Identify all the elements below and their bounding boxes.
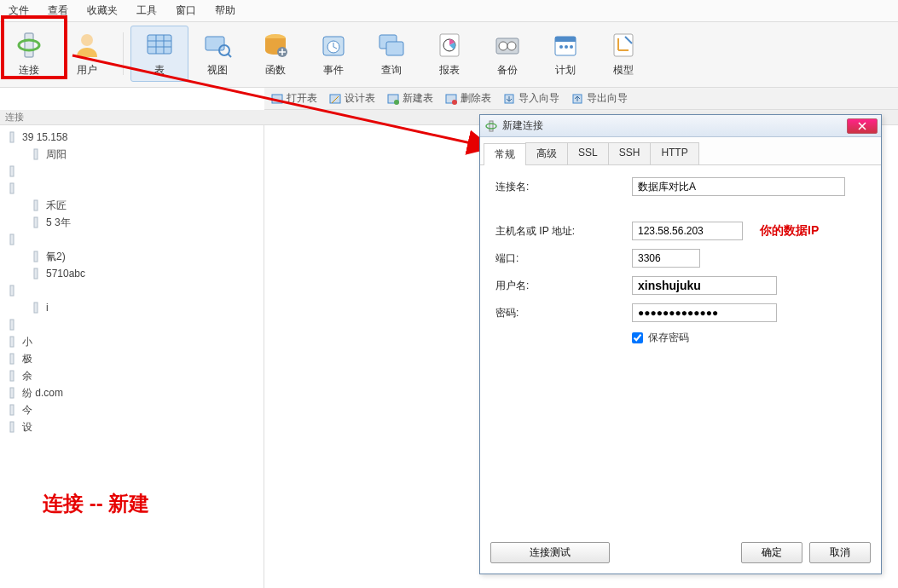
toolbar-query-label: 查询: [381, 63, 402, 78]
menu-view[interactable]: 查看: [48, 3, 68, 18]
menu-window[interactable]: 窗口: [176, 3, 196, 18]
dialog-close-button[interactable]: [847, 118, 878, 134]
tree-item-label: 今: [22, 403, 32, 418]
toolbar-table-label: 表: [154, 63, 165, 78]
menu-tools[interactable]: 工具: [136, 3, 157, 18]
toolbar-connect-label: 连接: [19, 63, 39, 78]
svg-rect-42: [34, 200, 38, 210]
input-port[interactable]: [632, 249, 700, 268]
toolbar-separator: [123, 32, 124, 75]
action-export[interactable]: 导出向导: [571, 91, 628, 106]
tree-item[interactable]: [0, 316, 264, 333]
tree-item[interactable]: 小: [0, 333, 264, 350]
svg-rect-50: [10, 337, 14, 347]
toolbar-table-button[interactable]: 表: [130, 26, 188, 82]
toolbar-event-label: 事件: [323, 63, 344, 78]
label-connection-name: 连接名:: [495, 180, 632, 194]
action-bar: 打开表 设计表 新建表 删除表 导入向导 导出向导: [264, 88, 898, 110]
tree-item[interactable]: 余: [0, 367, 264, 384]
toolbar-user-button[interactable]: 用户: [58, 26, 116, 82]
tree-item[interactable]: 5 3年: [0, 214, 264, 231]
toolbar-backup-button[interactable]: 备份: [478, 26, 536, 82]
menu-help[interactable]: 帮助: [215, 3, 235, 18]
svg-rect-49: [10, 320, 14, 330]
svg-point-23: [507, 42, 516, 50]
toolbar-user-label: 用户: [77, 63, 97, 78]
tree-item-label: 小: [22, 335, 32, 349]
label-host: 主机名或 IP 地址:: [495, 224, 632, 239]
dialog-titlebar[interactable]: 新建连接: [480, 115, 881, 137]
button-ok[interactable]: 确定: [741, 542, 802, 563]
dialog-form: 连接名: 主机名或 IP 地址: 你的数据IP 端口: 用户名: 密码: 保存密…: [480, 165, 881, 535]
checkbox-save-password[interactable]: [632, 332, 643, 343]
tab-http[interactable]: HTTP: [650, 142, 698, 164]
tree-item[interactable]: 极: [0, 350, 264, 367]
svg-point-26: [559, 45, 563, 49]
svg-rect-41: [10, 183, 14, 193]
svg-line-10: [228, 54, 231, 57]
svg-rect-52: [10, 371, 14, 381]
tree-item[interactable]: 设: [0, 418, 264, 435]
backup-icon: [492, 30, 523, 61]
action-design-table[interactable]: 设计表: [329, 91, 375, 106]
tree-item[interactable]: 今: [0, 401, 264, 418]
tree-item-label: 5 3年: [46, 216, 71, 230]
input-user[interactable]: [632, 276, 777, 295]
tree-item-label: 氰2): [46, 250, 66, 264]
tree-item[interactable]: 纷 d.com: [0, 384, 264, 401]
view-icon: [202, 30, 233, 61]
tree-item[interactable]: i: [0, 299, 264, 316]
toolbar-model-button[interactable]: 模型: [594, 26, 652, 82]
input-connection-name[interactable]: [632, 177, 845, 196]
menu-fav[interactable]: 收藏夹: [87, 3, 118, 18]
menu-file[interactable]: 文件: [9, 3, 29, 18]
label-save-password: 保存密码: [648, 331, 689, 345]
model-icon: [608, 30, 639, 61]
tab-advanced[interactable]: 高级: [525, 142, 568, 164]
svg-point-33: [394, 100, 399, 105]
tree-item[interactable]: [0, 180, 264, 197]
tree-item[interactable]: [0, 282, 264, 299]
tree-item[interactable]: 禾匠: [0, 197, 264, 214]
action-import[interactable]: 导入向导: [503, 91, 559, 106]
toolbar-connect-button[interactable]: 连接: [0, 26, 58, 82]
button-cancel[interactable]: 取消: [809, 542, 871, 563]
svg-rect-44: [10, 234, 14, 245]
action-delete-table[interactable]: 删除表: [445, 91, 491, 106]
toolbar-plan-label: 计划: [555, 63, 576, 78]
tree-item[interactable]: 5710abc: [0, 265, 264, 282]
user-icon: [72, 30, 102, 61]
tree-item[interactable]: 氰2): [0, 248, 264, 265]
label-user: 用户名:: [495, 279, 632, 293]
label-password: 密码:: [495, 306, 632, 320]
input-password[interactable]: [632, 303, 777, 322]
menu-bar: 文件 查看 收藏夹 工具 窗口 帮助: [0, 0, 898, 22]
tree-item[interactable]: 39 15.158: [0, 129, 264, 146]
toolbar-query-button[interactable]: 查询: [362, 26, 420, 82]
svg-point-27: [565, 45, 568, 49]
annotation-text: 连接 -- 新建: [43, 490, 149, 517]
tree-item[interactable]: [0, 163, 264, 180]
toolbar-plan-button[interactable]: 计划: [536, 26, 594, 82]
tree-item[interactable]: 周阳: [0, 146, 264, 163]
new-connection-dialog: 新建连接 常规 高级 SSL SSH HTTP 连接名: 主机名或 IP 地址:…: [479, 114, 882, 574]
svg-rect-51: [10, 354, 14, 364]
svg-rect-48: [34, 303, 38, 313]
button-test-connection[interactable]: 连接测试: [490, 542, 610, 563]
tree-item-label: 极: [22, 352, 32, 366]
svg-point-35: [452, 100, 457, 105]
tree-item[interactable]: [0, 231, 264, 248]
toolbar-view-button[interactable]: 视图: [188, 26, 246, 82]
tree-item-label: 禾匠: [46, 199, 67, 213]
svg-rect-40: [10, 166, 14, 176]
toolbar-event-button[interactable]: 事件: [304, 26, 362, 82]
tab-ssh[interactable]: SSH: [608, 142, 652, 164]
input-host[interactable]: [632, 222, 743, 240]
action-open-table[interactable]: 打开表: [271, 91, 317, 106]
toolbar-function-button[interactable]: 函数: [246, 26, 304, 82]
toolbar-report-button[interactable]: 报表: [420, 26, 478, 82]
tab-ssl[interactable]: SSL: [567, 142, 609, 164]
connection-tree[interactable]: 39 15.158周阳禾匠5 3年氰2)5710abci小极余纷 d.com今设: [0, 125, 264, 588]
action-new-table[interactable]: 新建表: [387, 91, 433, 106]
tab-general[interactable]: 常规: [484, 143, 526, 165]
